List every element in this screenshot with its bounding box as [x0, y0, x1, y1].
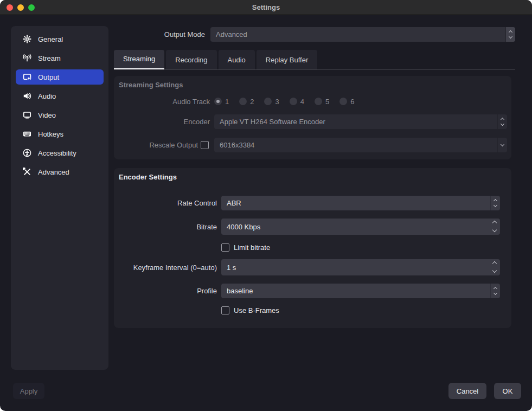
bitrate-row: Bitrate 4000 Kbps — [118, 219, 507, 235]
sidebar-item-label: General — [38, 35, 63, 43]
bitrate-label: Bitrate — [118, 223, 217, 231]
tabs-divider — [114, 69, 515, 70]
keyframe-interval-spinbox[interactable]: 1 s — [221, 259, 500, 275]
chevron-updown-icon[interactable] — [490, 284, 500, 298]
tab-label: Streaming — [123, 55, 155, 63]
limit-bitrate-checkbox[interactable] — [221, 243, 229, 252]
audio-track-radio-4[interactable]: 4 — [290, 98, 304, 106]
tab-label: Recording — [175, 56, 207, 64]
rescale-output-label: Rescale Output — [118, 141, 198, 149]
output-display-icon — [23, 73, 31, 81]
sidebar-item-stream[interactable]: Stream — [16, 50, 104, 66]
tab-recording[interactable]: Recording — [166, 50, 216, 69]
output-mode-row: Output Mode Advanced — [114, 27, 515, 42]
radio-label: 3 — [275, 98, 279, 106]
title-bar: Settings — [0, 0, 532, 15]
audio-track-radio-3[interactable]: 3 — [264, 98, 279, 106]
output-mode-label: Output Mode — [114, 30, 205, 38]
tab-replay-buffer[interactable]: Replay Buffer — [257, 50, 318, 69]
audio-track-radio-1[interactable]: 1 — [214, 98, 229, 106]
rescale-resolution-combobox[interactable]: 6016x3384 — [214, 138, 507, 152]
sidebar-item-accessibility[interactable]: Accessibility — [16, 145, 104, 160]
chevron-down-icon[interactable] — [492, 228, 497, 232]
speaker-icon — [23, 92, 31, 100]
output-tabs: Streaming Recording Audio Replay Buffer — [114, 50, 317, 69]
encoder-label: Encoder — [118, 118, 210, 126]
radio-icon — [239, 98, 247, 105]
radio-label: 6 — [350, 98, 354, 106]
sidebar-item-label: Accessibility — [38, 149, 76, 157]
limit-bitrate-row: Limit bitrate — [118, 243, 507, 252]
profile-value: baseline — [227, 287, 253, 295]
limit-bitrate-label: Limit bitrate — [234, 243, 270, 252]
tab-audio[interactable]: Audio — [219, 50, 255, 69]
sidebar-item-label: Video — [38, 111, 56, 119]
keyframe-interval-value: 1 s — [227, 264, 236, 272]
sidebar-item-hotkeys[interactable]: Hotkeys — [16, 126, 104, 142]
settings-sidebar: General Stream Output Audio Video — [11, 26, 108, 370]
zoom-window-icon[interactable] — [28, 4, 35, 11]
audio-track-radio-5[interactable]: 5 — [315, 98, 329, 106]
tab-streaming[interactable]: Streaming — [114, 50, 164, 69]
sidebar-item-advanced[interactable]: Advanced — [16, 164, 104, 179]
profile-dropdown[interactable]: baseline — [221, 284, 500, 298]
bitrate-value: 4000 Kbps — [227, 223, 260, 231]
monitor-icon — [23, 111, 31, 119]
bitrate-spinbox[interactable]: 4000 Kbps — [221, 219, 500, 235]
radio-label: 4 — [300, 98, 304, 106]
encoder-row: Encoder Apple VT H264 Software Encoder — [118, 114, 507, 129]
audio-track-radio-6[interactable]: 6 — [339, 98, 354, 106]
chevron-down-icon[interactable] — [497, 138, 507, 152]
radio-selected-icon — [214, 98, 222, 105]
rate-control-row: Rate Control ABR — [118, 196, 507, 210]
apply-button[interactable]: Apply — [13, 383, 44, 399]
sidebar-item-label: Advanced — [38, 168, 69, 176]
radio-icon — [264, 98, 272, 105]
chevron-updown-icon[interactable] — [505, 27, 515, 42]
rescale-output-row: Rescale Output 6016x3384 — [118, 138, 507, 152]
sidebar-item-video[interactable]: Video — [16, 107, 104, 123]
encoder-dropdown[interactable]: Apple VT H264 Software Encoder — [214, 114, 507, 129]
rescale-resolution-value: 6016x3384 — [220, 141, 254, 149]
accessibility-icon — [23, 149, 31, 157]
profile-label: Profile — [118, 287, 217, 295]
settings-window: Settings General Stream Output Audio — [0, 0, 532, 411]
traffic-lights — [7, 4, 35, 11]
radio-label: 5 — [325, 98, 329, 106]
sidebar-item-label: Stream — [38, 54, 61, 62]
audio-track-label: Audio Track — [118, 98, 210, 106]
chevron-up-icon[interactable] — [492, 221, 497, 225]
radio-label: 2 — [250, 98, 254, 106]
audio-track-radio-2[interactable]: 2 — [239, 98, 254, 106]
sidebar-item-label: Output — [38, 73, 59, 81]
antenna-icon — [23, 54, 31, 62]
minimize-window-icon[interactable] — [17, 4, 24, 11]
radio-icon — [290, 98, 297, 105]
cancel-button[interactable]: Cancel — [448, 383, 486, 399]
chevron-down-icon[interactable] — [492, 268, 497, 273]
keyboard-icon — [23, 130, 31, 138]
window-title: Settings — [252, 3, 280, 11]
sidebar-item-output[interactable]: Output — [16, 69, 104, 85]
radio-icon — [339, 98, 347, 105]
close-window-icon[interactable] — [7, 4, 13, 11]
rate-control-label: Rate Control — [118, 199, 217, 207]
sidebar-item-general[interactable]: General — [16, 31, 104, 47]
profile-row: Profile baseline — [118, 284, 507, 298]
keyframe-interval-row: Keyframe Interval (0=auto) 1 s — [118, 259, 507, 275]
audio-track-radios: 1 2 3 4 5 6 — [214, 98, 364, 106]
sidebar-item-label: Hotkeys — [38, 130, 63, 138]
chevron-up-icon[interactable] — [492, 261, 497, 266]
chevron-updown-icon[interactable] — [490, 196, 500, 210]
rescale-output-checkbox[interactable] — [201, 141, 209, 149]
chevron-updown-icon[interactable] — [497, 114, 507, 129]
ok-button[interactable]: OK — [494, 383, 521, 399]
rate-control-dropdown[interactable]: ABR — [221, 196, 500, 210]
audio-track-row: Audio Track 1 2 3 4 5 6 — [118, 96, 507, 107]
use-bframes-checkbox[interactable] — [221, 306, 229, 314]
encoder-settings-panel: Encoder Settings Rate Control ABR Bitrat… — [114, 168, 511, 328]
sidebar-item-label: Audio — [38, 92, 56, 100]
sidebar-item-audio[interactable]: Audio — [16, 88, 104, 104]
output-mode-dropdown[interactable]: Advanced — [210, 27, 515, 42]
use-bframes-label: Use B-Frames — [234, 306, 279, 314]
